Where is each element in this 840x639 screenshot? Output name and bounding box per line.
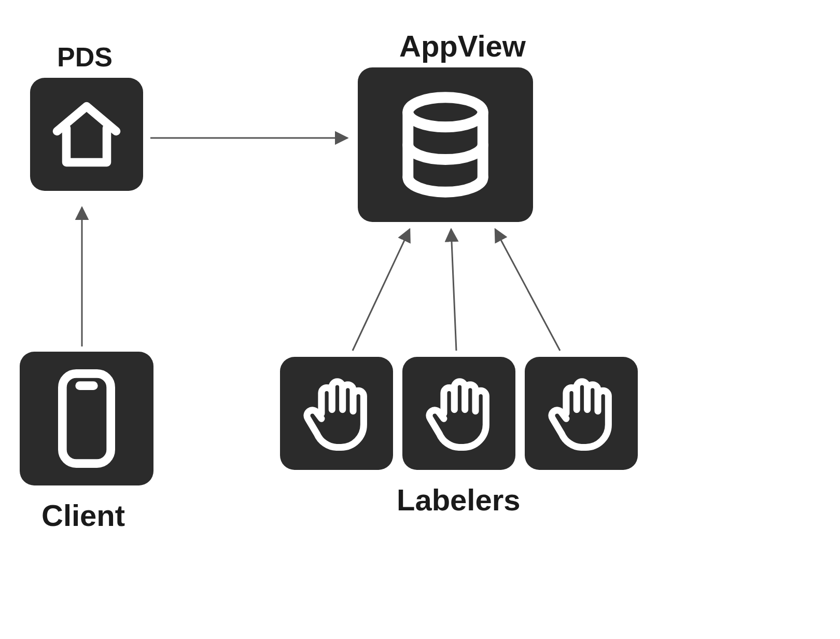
arrow-labeler2-to-appview	[0, 0, 840, 639]
svg-line-7	[495, 229, 560, 351]
